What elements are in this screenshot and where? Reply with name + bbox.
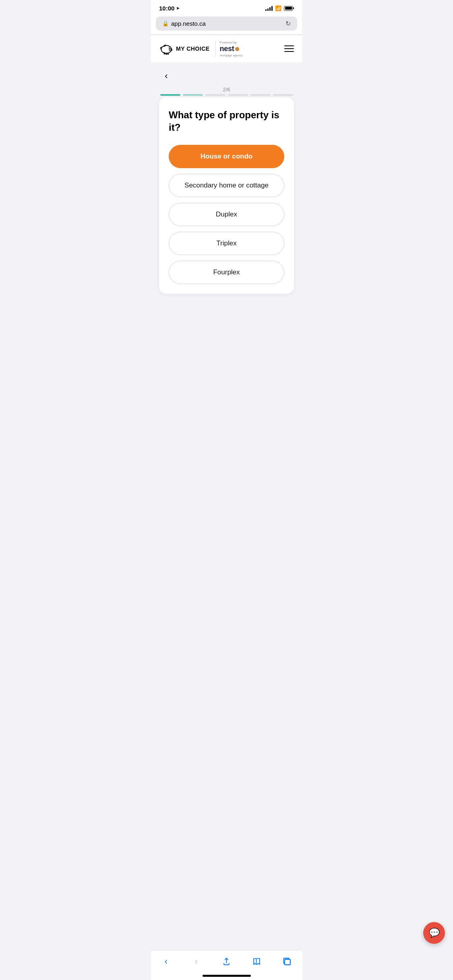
address-bar-container: 🔒 app.nesto.ca ↻	[151, 14, 302, 35]
my-choice-logo: MY CHOICE	[159, 41, 210, 56]
time-text: 10:00	[159, 5, 174, 12]
svg-point-0	[161, 45, 171, 54]
svg-rect-6	[165, 53, 167, 55]
question-card: What type of property is it? House or co…	[159, 97, 294, 294]
status-bar: 10:00 ➤ 📶	[151, 0, 302, 14]
nesto-logo: nest	[220, 45, 240, 53]
status-icons: 📶	[265, 5, 294, 11]
nesto-subtitle: mortgage agency	[220, 54, 243, 57]
svg-rect-5	[164, 52, 165, 54]
my-choice-label: MY CHOICE	[176, 45, 210, 52]
option-label-fourplex: Fourplex	[213, 268, 240, 276]
svg-point-3	[170, 49, 170, 50]
option-fourplex[interactable]: Fourplex	[169, 261, 284, 284]
option-secondary-home[interactable]: Secondary home or cottage	[169, 174, 284, 197]
progress-segment-5	[250, 94, 271, 96]
option-label-triplex: Triplex	[216, 239, 236, 247]
location-icon: ➤	[176, 6, 180, 11]
progress-segment-2	[183, 94, 203, 96]
signal-bars	[265, 6, 273, 11]
option-duplex[interactable]: Duplex	[169, 203, 284, 226]
piggy-bank-icon	[159, 41, 174, 56]
battery-icon	[284, 6, 294, 11]
back-button[interactable]: ‹	[159, 69, 174, 83]
progress-row	[159, 94, 294, 96]
hamburger-menu-button[interactable]	[284, 45, 294, 52]
option-label-secondary-home: Secondary home or cottage	[184, 181, 269, 189]
option-triplex[interactable]: Triplex	[169, 232, 284, 255]
status-time: 10:00 ➤	[159, 5, 180, 12]
question-title: What type of property is it?	[169, 109, 284, 134]
logo-area: MY CHOICE Powered by nest mortgage agenc…	[159, 41, 243, 57]
powered-by: Powered by nest mortgage agency	[215, 41, 243, 57]
back-chevron-icon: ‹	[165, 72, 168, 80]
option-label-house-condo: House or condo	[201, 152, 252, 161]
option-label-duplex: Duplex	[216, 210, 237, 218]
address-text: app.nesto.ca	[171, 20, 206, 27]
options-list: House or condo Secondary home or cottage…	[169, 145, 284, 284]
progress-segment-6	[273, 94, 293, 96]
wifi-icon: 📶	[275, 5, 281, 11]
nav-bar: MY CHOICE Powered by nest mortgage agenc…	[151, 35, 302, 62]
lock-icon: 🔒	[162, 21, 169, 27]
progress-segment-3	[205, 94, 225, 96]
address-bar[interactable]: 🔒 app.nesto.ca ↻	[156, 16, 297, 31]
page-content: ‹ 2/6 What type of property is it? House…	[151, 62, 302, 303]
svg-rect-7	[168, 53, 169, 55]
svg-point-1	[169, 47, 170, 49]
svg-point-4	[171, 49, 171, 50]
progress-text: 2/6	[159, 86, 294, 93]
option-house-condo[interactable]: House or condo	[169, 145, 284, 168]
refresh-icon[interactable]: ↻	[285, 20, 291, 27]
nesto-dot-icon	[235, 47, 239, 51]
progress-segment-4	[228, 94, 248, 96]
nesto-text: nest	[220, 45, 234, 53]
powered-by-text: Powered by	[220, 41, 237, 44]
address-left: 🔒 app.nesto.ca	[162, 20, 206, 27]
progress-segment-1	[160, 94, 180, 96]
